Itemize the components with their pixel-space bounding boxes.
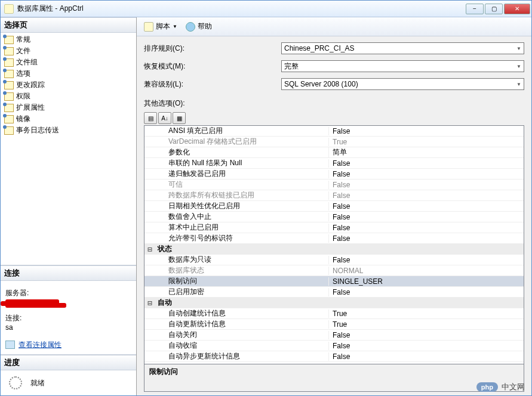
- page-item-permissions[interactable]: 权限: [1, 91, 136, 102]
- property-value[interactable]: False: [328, 170, 524, 178]
- page-list: 常规 文件 文件组 选项 更改跟踪 权限 扩展属性 镜像 事务日志传送: [1, 33, 136, 265]
- dialog-window: 数据库属性 - AppCtrl − ▢ ✕ 选择页 常规 文件 文件组 选项 更…: [0, 0, 532, 396]
- property-row[interactable]: 递归触发器已启用False: [144, 169, 524, 180]
- chevron-down-icon: ▼: [173, 24, 177, 29]
- chevron-down-icon: ▼: [516, 82, 521, 87]
- property-value[interactable]: False: [328, 342, 524, 350]
- compat-row: 兼容级别(L): SQL Server 2008 (100) ▼: [144, 78, 524, 90]
- property-value[interactable]: False: [328, 202, 524, 211]
- property-value[interactable]: False: [328, 256, 524, 264]
- chevron-down-icon: ▼: [516, 46, 521, 51]
- property-row[interactable]: 数据库为只读False: [144, 255, 524, 265]
- page-item-general[interactable]: 常规: [1, 34, 136, 45]
- property-name: 已启用加密: [155, 287, 328, 297]
- property-row[interactable]: 自动异步更新统计信息False: [144, 351, 524, 362]
- page-item-mirroring[interactable]: 镜像: [1, 113, 136, 125]
- property-value[interactable]: True: [328, 310, 524, 318]
- page-item-logshipping[interactable]: 事务日志传送: [1, 125, 136, 136]
- collation-select[interactable]: Chinese_PRC_CI_AS ▼: [281, 42, 524, 54]
- recovery-value: 完整: [284, 61, 299, 72]
- page-label: 扩展属性: [16, 103, 45, 113]
- property-value[interactable]: False: [328, 181, 524, 189]
- property-row[interactable]: 自动关闭False: [144, 330, 524, 341]
- server-value-redacted: [5, 299, 59, 308]
- property-name: 数据库状态: [155, 265, 328, 276]
- page-item-filegroups[interactable]: 文件组: [1, 57, 136, 68]
- recovery-select[interactable]: 完整 ▼: [281, 60, 524, 72]
- property-row[interactable]: 限制访问SINGLE_USER: [144, 276, 524, 287]
- page-item-options[interactable]: 选项: [1, 68, 136, 79]
- property-pages-button[interactable]: ▦: [173, 112, 186, 124]
- toolbar: 脚本 ▼ 帮助: [137, 17, 531, 36]
- property-value[interactable]: False: [328, 224, 524, 232]
- page-item-files[interactable]: 文件: [1, 45, 136, 57]
- property-value[interactable]: False: [328, 352, 524, 361]
- property-value[interactable]: True: [328, 138, 524, 146]
- page-icon: [4, 58, 14, 67]
- connection-value: sa: [5, 323, 131, 332]
- content-area: 排序规则(C): Chinese_PRC_CI_AS ▼ 恢复模式(M): 完整…: [137, 36, 531, 395]
- property-row[interactable]: ANSI 填充已启用False: [144, 126, 524, 137]
- window-title: 数据库属性 - AppCtrl: [17, 4, 466, 14]
- view-connection-properties-link[interactable]: 查看连接属性: [5, 340, 61, 350]
- property-value[interactable]: SINGLE_USER: [328, 277, 524, 286]
- property-row[interactable]: 允许带引号的标识符False: [144, 233, 524, 244]
- page-label: 镜像: [16, 114, 30, 124]
- property-name: 限制访问: [155, 276, 328, 286]
- property-row[interactable]: 数值舍入中止False: [144, 212, 524, 222]
- property-row[interactable]: 自动收缩False: [144, 341, 524, 351]
- property-value[interactable]: False: [328, 234, 524, 243]
- property-row[interactable]: 日期相关性优化已启用False: [144, 201, 524, 212]
- property-category[interactable]: ⊟状态: [144, 244, 524, 255]
- property-value[interactable]: 简单: [328, 147, 524, 157]
- progress-spinner-icon: [9, 376, 22, 389]
- property-category[interactable]: ⊟自动: [144, 298, 524, 308]
- dialog-body: 选择页 常规 文件 文件组 选项 更改跟踪 权限 扩展属性 镜像 事务日志传送 …: [1, 17, 531, 395]
- property-row[interactable]: 算术中止已启用False: [144, 222, 524, 233]
- close-button[interactable]: ✕: [504, 4, 530, 14]
- property-name: 允许带引号的标识符: [155, 233, 328, 243]
- property-grid[interactable]: ANSI 填充已启用FalseVarDecimal 存储格式已启用True参数化…: [144, 125, 524, 364]
- property-value[interactable]: False: [328, 213, 524, 221]
- help-label: 帮助: [198, 21, 212, 32]
- recovery-label: 恢复模式(M):: [144, 61, 281, 72]
- property-value[interactable]: False: [328, 191, 524, 200]
- property-row[interactable]: VarDecimal 存储格式已启用True: [144, 137, 524, 147]
- recovery-row: 恢复模式(M): 完整 ▼: [144, 60, 524, 72]
- page-icon: [4, 47, 14, 55]
- property-value[interactable]: True: [328, 320, 524, 329]
- property-row[interactable]: 自动创建统计信息True: [144, 308, 524, 319]
- collation-value: Chinese_PRC_CI_AS: [284, 44, 354, 52]
- property-row[interactable]: 可信False: [144, 180, 524, 190]
- script-button[interactable]: 脚本 ▼: [142, 20, 180, 33]
- property-name: 跨数据库所有权链接已启用: [155, 190, 328, 200]
- alphabetical-button[interactable]: A↓: [158, 112, 171, 124]
- property-row[interactable]: 跨数据库所有权链接已启用False: [144, 190, 524, 201]
- expand-toggle[interactable]: ⊟: [144, 245, 155, 253]
- property-value[interactable]: False: [328, 331, 524, 339]
- property-row[interactable]: 已启用加密False: [144, 287, 524, 298]
- property-row[interactable]: 自动更新统计信息True: [144, 319, 524, 330]
- page-icon: [4, 36, 14, 44]
- page-item-extended[interactable]: 扩展属性: [1, 102, 136, 113]
- property-name: 数据库为只读: [155, 255, 328, 265]
- help-button[interactable]: 帮助: [183, 20, 214, 33]
- link-text: 查看连接属性: [19, 340, 61, 350]
- property-row[interactable]: 数据库状态NORMAL: [144, 265, 524, 276]
- property-value[interactable]: False: [328, 288, 524, 296]
- compat-select[interactable]: SQL Server 2008 (100) ▼: [281, 78, 524, 90]
- collation-row: 排序规则(C): Chinese_PRC_CI_AS ▼: [144, 42, 524, 54]
- property-value[interactable]: False: [328, 127, 524, 135]
- link-icon: [5, 341, 15, 349]
- expand-toggle[interactable]: ⊟: [144, 299, 155, 307]
- titlebar[interactable]: 数据库属性 - AppCtrl − ▢ ✕: [1, 1, 531, 17]
- property-row[interactable]: 串联的 Null 结果为 NullFalse: [144, 158, 524, 169]
- page-label: 选项: [16, 69, 30, 79]
- maximize-button[interactable]: ▢: [485, 4, 503, 14]
- property-value[interactable]: False: [328, 159, 524, 168]
- property-row[interactable]: 参数化简单: [144, 147, 524, 158]
- categorized-button[interactable]: ▤: [144, 112, 157, 124]
- page-item-changetracking[interactable]: 更改跟踪: [1, 79, 136, 91]
- minimize-button[interactable]: −: [466, 4, 484, 14]
- property-value[interactable]: NORMAL: [328, 267, 524, 275]
